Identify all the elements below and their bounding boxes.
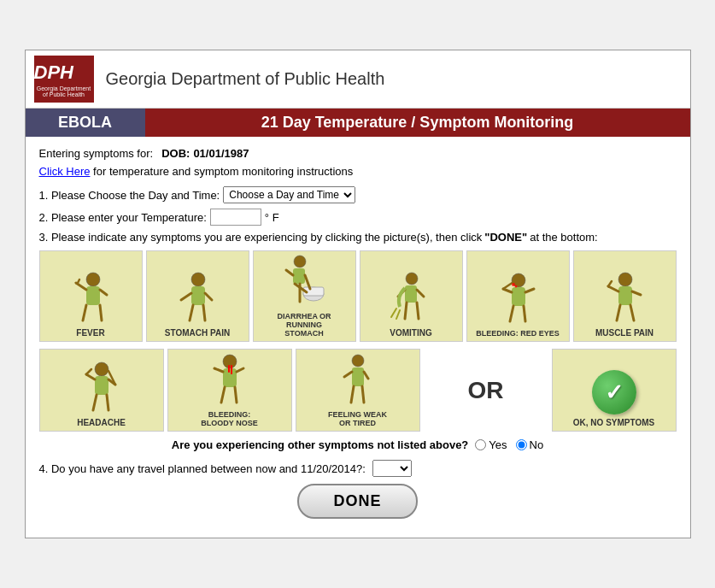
step3-done: "DONE" — [484, 231, 527, 244]
no-radio-label[interactable]: No — [516, 438, 544, 451]
step3-label: 3. Please indicate any symptoms you are … — [39, 231, 483, 244]
yes-radio-label[interactable]: Yes — [475, 438, 507, 451]
app-container: DPH Georgia Department of Public Health … — [25, 50, 691, 538]
svg-line-24 — [417, 290, 424, 297]
entering-label: Entering symptoms for: — [39, 147, 154, 160]
vomiting-icon — [388, 271, 435, 328]
svg-point-45 — [95, 362, 108, 376]
svg-line-41 — [608, 281, 612, 286]
svg-line-27 — [391, 309, 396, 317]
day-time-select[interactable]: Choose a Day and Time — [223, 186, 355, 203]
symptom-fever[interactable]: FEVER — [39, 250, 143, 342]
svg-point-36 — [512, 283, 515, 286]
org-title: Georgia Department of Public Health — [106, 69, 385, 89]
other-symptoms-radio-group: Yes No — [475, 438, 543, 451]
svg-rect-14 — [293, 268, 305, 284]
svg-point-13 — [294, 256, 306, 268]
symptom-stomach-pain[interactable]: STOMACH PAIN — [146, 250, 249, 342]
symptom-muscle-pain[interactable]: MUSCLE PAIN — [573, 250, 677, 342]
svg-point-7 — [191, 273, 205, 286]
header: DPH Georgia Department of Public Health … — [26, 50, 690, 109]
travel-label: 4. Do you have any travel planned betwee… — [39, 462, 366, 475]
svg-line-55 — [214, 368, 223, 372]
step1-label: 1. Please Choose the Day and Time: — [39, 189, 220, 202]
or-text: OR — [468, 377, 504, 404]
travel-row: 4. Do you have any travel planned betwee… — [39, 460, 677, 477]
headache-label: HEADACHE — [77, 418, 126, 427]
svg-rect-39 — [618, 286, 632, 305]
symptom-headache[interactable]: HEADACHE — [39, 349, 164, 432]
content-area: Entering symptoms for: DOB: 01/01/1987 C… — [26, 137, 690, 538]
svg-rect-46 — [95, 376, 108, 395]
svg-line-47 — [86, 374, 95, 379]
symptom-ok-no-symptoms[interactable]: OK, NO SYMPTOMS — [552, 349, 677, 432]
svg-line-58 — [235, 387, 237, 403]
vomiting-label: VOMITING — [390, 328, 431, 338]
svg-point-38 — [618, 273, 632, 286]
logo: DPH Georgia Department of Public Health — [34, 56, 94, 103]
svg-line-40 — [608, 286, 618, 291]
bleeding-nose-label: BLEEDING:BLOODY NOSE — [201, 410, 257, 427]
banner-title: 21 Day Temperature / Symptom Monitoring — [145, 109, 690, 137]
svg-rect-30 — [512, 287, 525, 306]
done-button[interactable]: DONE — [297, 484, 417, 519]
bleeding-nose-icon — [206, 353, 253, 410]
banner: EBOLA 21 Day Temperature / Symptom Monit… — [26, 109, 690, 137]
symptom-diarrhea[interactable]: DIARRHEA ORRUNNINGSTOMACH — [253, 250, 356, 342]
svg-rect-62 — [352, 368, 364, 386]
banner-ebola-label: EBOLA — [26, 109, 145, 137]
symptoms-grid-row2: HEADACHE BLEE — [39, 349, 677, 432]
svg-line-31 — [503, 289, 512, 292]
symptom-feeling-weak[interactable]: FEELING WEAKOR TIRED — [296, 349, 420, 432]
other-symptoms-label: Are you experiencing other symptoms not … — [172, 438, 468, 451]
no-label: No — [530, 438, 544, 451]
headache-icon — [78, 361, 125, 418]
svg-line-3 — [78, 279, 79, 283]
svg-line-9 — [181, 293, 191, 300]
svg-line-65 — [351, 386, 354, 403]
svg-point-0 — [86, 273, 100, 286]
svg-line-66 — [362, 386, 364, 403]
temperature-input[interactable] — [210, 209, 261, 226]
ok-no-symptoms-label: OK, NO SYMPTOMS — [573, 418, 654, 427]
svg-line-33 — [510, 306, 513, 321]
bleeding-eyes-icon — [495, 272, 542, 329]
diarrhea-label: DIARRHEA ORRUNNINGSTOMACH — [277, 312, 331, 338]
fever-label: FEVER — [76, 328, 104, 338]
stomach-pain-label: STOMACH PAIN — [165, 328, 230, 338]
svg-line-63 — [344, 372, 352, 377]
svg-rect-22 — [405, 285, 417, 303]
travel-select[interactable]: Yes No — [372, 460, 412, 477]
svg-line-48 — [86, 369, 91, 374]
svg-line-34 — [524, 306, 525, 321]
symptom-bleeding-eyes[interactable]: BLEEDING: RED EYES — [466, 250, 570, 342]
svg-line-64 — [364, 372, 368, 379]
svg-line-57 — [221, 387, 225, 403]
svg-line-26 — [417, 303, 419, 319]
dob-value: 01/01/1987 — [193, 147, 249, 160]
instructions-row: Click Here for temperature and symptom m… — [39, 165, 677, 178]
done-row: DONE — [39, 484, 677, 519]
svg-line-50 — [93, 395, 97, 410]
ok-check-icon — [592, 370, 636, 415]
step3-row: 3. Please indicate any symptoms you are … — [39, 231, 677, 244]
svg-line-4 — [100, 290, 107, 295]
stomach-pain-icon — [174, 271, 221, 328]
yes-radio[interactable] — [475, 439, 486, 450]
svg-line-43 — [617, 305, 620, 320]
feeling-weak-icon — [334, 353, 381, 410]
instructions-link[interactable]: Click Here — [39, 165, 91, 178]
svg-line-17 — [286, 270, 293, 275]
svg-line-44 — [630, 305, 634, 320]
step2-label: 2. Please enter your Temperature: — [39, 211, 207, 224]
muscle-pain-icon — [601, 271, 648, 328]
fever-icon — [67, 271, 114, 328]
no-radio[interactable] — [516, 439, 527, 450]
svg-line-5 — [83, 305, 86, 320]
symptom-vomiting[interactable]: VOMITING — [360, 250, 463, 342]
logo-text: DPH — [34, 62, 94, 84]
feeling-weak-label: FEELING WEAKOR TIRED — [328, 410, 387, 427]
svg-line-32 — [525, 289, 534, 292]
symptom-bleeding-nose[interactable]: BLEEDING:BLOODY NOSE — [167, 349, 292, 432]
svg-line-12 — [203, 305, 205, 320]
